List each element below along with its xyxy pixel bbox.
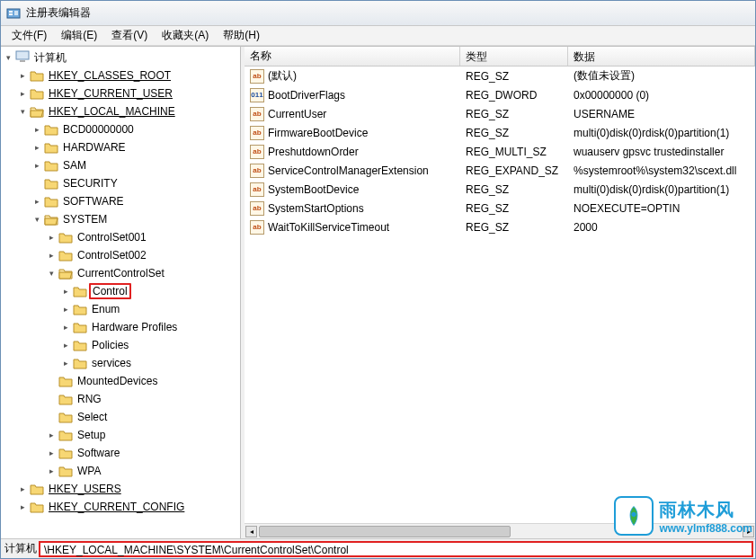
value-name: WaitToKillServiceTimeout — [268, 221, 389, 234]
tree-security[interactable]: ▸SECURITY — [31, 174, 240, 192]
expand-icon[interactable]: ▸ — [17, 70, 28, 81]
titlebar[interactable]: 注册表编辑器 — [1, 1, 755, 26]
expand-icon[interactable]: ▸ — [31, 142, 42, 153]
tree-label: RNG — [75, 392, 104, 406]
tree-label: Policies — [89, 338, 131, 352]
tree-policies[interactable]: ▸Policies — [60, 336, 240, 354]
folder-icon — [58, 447, 73, 459]
tree-mounteddevices[interactable]: ▸MountedDevices — [46, 372, 240, 390]
value-row[interactable]: abCurrentUserREG_SZUSERNAME — [245, 104, 755, 123]
collapse-icon[interactable]: ▾ — [17, 106, 28, 117]
collapse-icon[interactable]: ▾ — [3, 52, 13, 63]
collapse-icon[interactable]: ▾ — [31, 214, 42, 225]
value-type: REG_DWORD — [460, 89, 568, 102]
tree-hklm[interactable]: ▾HKEY_LOCAL_MACHINE — [17, 102, 240, 120]
folder-icon — [30, 483, 44, 495]
value-row[interactable]: abServiceControlManagerExtensionREG_EXPA… — [245, 161, 755, 180]
expand-icon[interactable]: ▸ — [31, 160, 42, 171]
content-area: ▾ 计算机 ▸HKEY_CLASSES_ROOT ▸HKEY_CURRENT_U… — [1, 46, 755, 538]
value-name: BootDriverFlags — [268, 89, 345, 102]
computer-icon — [15, 50, 30, 66]
tree-sam[interactable]: ▸SAM — [31, 156, 240, 174]
folder-icon — [44, 159, 58, 172]
expand-icon[interactable]: ▸ — [31, 196, 42, 207]
collapse-icon[interactable]: ▾ — [46, 268, 57, 279]
folder-icon — [73, 321, 87, 333]
expand-icon[interactable]: ▸ — [31, 124, 42, 135]
tree-wpa[interactable]: ▸WPA — [46, 462, 240, 480]
tree-hardware[interactable]: ▸HARDWARE — [31, 138, 240, 156]
tree-label: HKEY_CURRENT_CONFIG — [46, 500, 187, 514]
expand-icon[interactable]: ▸ — [46, 232, 57, 243]
column-header-type[interactable]: 类型 — [460, 47, 568, 66]
folder-icon — [58, 429, 73, 441]
value-row[interactable]: abSystemBootDeviceREG_SZmulti(0)disk(0)r… — [245, 180, 755, 199]
tree-hkcc[interactable]: ▸HKEY_CURRENT_CONFIG — [17, 498, 240, 516]
value-type: REG_SZ — [460, 183, 568, 196]
tree-software[interactable]: ▸SOFTWARE — [31, 192, 240, 210]
binary-value-icon: 011 — [250, 88, 264, 102]
menu-favorites[interactable]: 收藏夹(A) — [155, 26, 216, 45]
tree-software2[interactable]: ▸Software — [46, 444, 240, 462]
tree-select[interactable]: ▸Select — [46, 408, 240, 426]
scroll-right-icon[interactable]: ▸ — [743, 526, 754, 537]
folder-open-icon — [30, 105, 44, 118]
menu-help[interactable]: 帮助(H) — [216, 26, 267, 45]
tree-setup[interactable]: ▸Setup — [46, 426, 240, 444]
value-name: SystemStartOptions — [268, 202, 364, 215]
svg-rect-4 — [16, 51, 29, 59]
expand-icon[interactable]: ▸ — [46, 448, 57, 458]
registry-editor-window: 注册表编辑器 文件(F) 编辑(E) 查看(V) 收藏夹(A) 帮助(H) ▾ … — [0, 0, 756, 559]
tree-cs001[interactable]: ▸ControlSet001 — [46, 228, 240, 246]
tree-hkcu[interactable]: ▸HKEY_CURRENT_USER — [17, 84, 240, 102]
horizontal-scrollbar[interactable]: ◂ ▸ — [245, 523, 755, 538]
tree-label: SECURITY — [60, 176, 120, 191]
tree-label: HKEY_LOCAL_MACHINE — [46, 104, 178, 119]
expand-icon[interactable]: ▸ — [46, 466, 57, 476]
value-type: REG_MULTI_SZ — [460, 146, 568, 158]
expand-icon[interactable]: ▸ — [17, 501, 28, 512]
value-row[interactable]: abWaitToKillServiceTimeoutREG_SZ2000 — [245, 217, 755, 236]
tree-hkcr[interactable]: ▸HKEY_CLASSES_ROOT — [17, 67, 240, 84]
menu-view[interactable]: 查看(V) — [104, 26, 155, 45]
tree-root-computer[interactable]: ▾ 计算机 — [3, 49, 240, 67]
expand-icon[interactable]: ▸ — [17, 484, 28, 494]
scroll-left-icon[interactable]: ◂ — [245, 526, 257, 537]
tree-system[interactable]: ▾SYSTEM — [31, 210, 240, 228]
value-row[interactable]: 011BootDriverFlagsREG_DWORD0x00000000 (0… — [245, 85, 755, 104]
expand-icon[interactable]: ▸ — [17, 88, 28, 99]
scroll-thumb[interactable] — [259, 526, 511, 537]
expand-icon[interactable]: ▸ — [60, 286, 71, 297]
tree-hku[interactable]: ▸HKEY_USERS — [17, 480, 240, 498]
tree-cs002[interactable]: ▸ControlSet002 — [46, 246, 240, 264]
value-name: (默认) — [268, 68, 297, 84]
value-row[interactable]: ab(默认)REG_SZ(数值未设置) — [245, 67, 755, 85]
tree-hwprofiles[interactable]: ▸Hardware Profiles — [60, 318, 240, 336]
expand-icon[interactable]: ▸ — [60, 322, 71, 333]
expand-icon[interactable]: ▸ — [60, 304, 71, 315]
value-data: %systemroot%\system32\scext.dll — [568, 164, 755, 177]
value-row[interactable]: abFirmwareBootDeviceREG_SZmulti(0)disk(0… — [245, 123, 755, 142]
value-name: PreshutdownOrder — [268, 146, 359, 158]
value-row[interactable]: abSystemStartOptionsREG_SZ NOEXECUTE=OPT… — [245, 199, 755, 217]
expand-icon[interactable]: ▸ — [60, 340, 71, 350]
tree-services[interactable]: ▸services — [60, 354, 240, 372]
status-label: 计算机 — [3, 541, 39, 556]
value-row[interactable]: abPreshutdownOrderREG_MULTI_SZwuauserv g… — [245, 142, 755, 161]
tree-pane[interactable]: ▾ 计算机 ▸HKEY_CLASSES_ROOT ▸HKEY_CURRENT_U… — [1, 47, 241, 538]
regedit-icon — [6, 6, 21, 21]
expand-icon[interactable]: ▸ — [46, 430, 57, 440]
tree-control[interactable]: ▸Control — [60, 282, 240, 300]
tree-enum[interactable]: ▸Enum — [60, 300, 240, 318]
tree-currentcontrolset[interactable]: ▾CurrentControlSet — [46, 264, 240, 282]
menu-file[interactable]: 文件(F) — [4, 26, 54, 45]
folder-open-icon — [58, 267, 73, 280]
list-body[interactable]: ab(默认)REG_SZ(数值未设置)011BootDriverFlagsREG… — [245, 67, 755, 523]
column-header-data[interactable]: 数据 — [568, 47, 755, 66]
tree-rng[interactable]: ▸RNG — [46, 390, 240, 408]
column-header-name[interactable]: 名称 — [245, 47, 460, 66]
tree-bcd[interactable]: ▸BCD00000000 — [31, 120, 240, 138]
menu-edit[interactable]: 编辑(E) — [54, 26, 104, 45]
expand-icon[interactable]: ▸ — [60, 358, 71, 368]
expand-icon[interactable]: ▸ — [46, 250, 57, 261]
